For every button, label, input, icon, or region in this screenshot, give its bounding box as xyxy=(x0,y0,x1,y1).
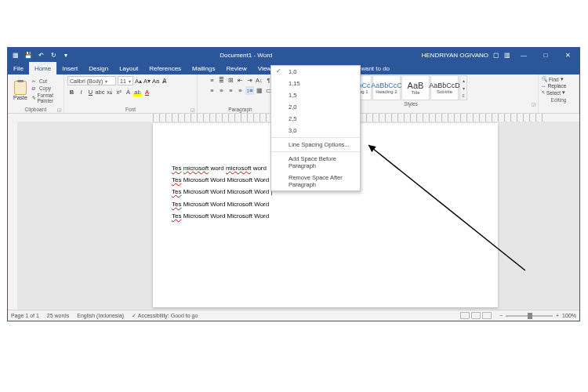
maximize-button[interactable]: □ xyxy=(537,52,554,59)
multilevel-button[interactable]: ⊞ xyxy=(227,76,235,85)
style-subtitle[interactable]: AaBbCcDSubtitle xyxy=(430,75,459,100)
redo-icon[interactable]: ↻ xyxy=(49,52,58,59)
ribbon-options-icon[interactable]: ▥ xyxy=(504,52,510,59)
print-layout-icon xyxy=(471,312,481,319)
grow-font-button[interactable]: A▴ xyxy=(135,77,142,85)
tab-home[interactable]: Home xyxy=(29,62,56,74)
style-heading-2[interactable]: AaBbCcCHeading 2 xyxy=(372,75,401,100)
replace-icon: ↔ xyxy=(541,83,546,89)
select-button[interactable]: ↖Select▾ xyxy=(541,89,576,96)
line-spacing-options[interactable]: Line Spacing Options... xyxy=(271,139,360,151)
clipboard-icon xyxy=(14,81,27,95)
tab-mailings[interactable]: Mailings xyxy=(187,62,220,74)
style-title[interactable]: AaBTitle xyxy=(401,75,430,100)
font-color-button[interactable]: A xyxy=(143,88,151,96)
spacing-1-5[interactable]: 1,5 xyxy=(271,89,360,101)
page-indicator[interactable]: Page 1 of 1 xyxy=(11,313,39,318)
format-painter-button[interactable]: ✎Format Painter xyxy=(31,93,60,103)
read-mode-icon xyxy=(460,312,470,319)
spacing-2-0[interactable]: 2,0 xyxy=(271,101,360,113)
paste-label: Paste xyxy=(13,95,27,100)
shrink-font-button[interactable]: A▾ xyxy=(143,77,151,85)
bullets-button[interactable]: ≡ xyxy=(208,76,216,85)
titlebar: ▦ 💾 ↶ ↻ ▾ Document1 - Word HENDRIYAN OGI… xyxy=(8,48,579,62)
styles-launcher-icon[interactable]: ◲ xyxy=(532,101,536,107)
document-body[interactable]: Tes microsoft word microsoft word Tes Mi… xyxy=(172,162,273,222)
justify-button[interactable]: ≡ xyxy=(236,86,245,95)
tab-file[interactable]: File xyxy=(8,62,29,74)
paste-button[interactable]: Paste xyxy=(11,79,30,102)
font-size-dropdown[interactable]: 11▾ xyxy=(118,76,133,85)
scissors-icon: ✂ xyxy=(31,78,38,85)
brush-icon: ✎ xyxy=(31,95,36,101)
copy-button[interactable]: ⧉Copy xyxy=(31,85,60,92)
tab-layout[interactable]: Layout xyxy=(114,62,143,74)
group-font: Calibri (Body)▾ 11▾ A▴ A▾ Aa A̷ B I U ab… xyxy=(64,74,198,113)
spacing-2-5[interactable]: 2,5 xyxy=(271,113,360,125)
text-effects-button[interactable]: A xyxy=(124,88,132,96)
underline-button[interactable]: U xyxy=(86,88,95,96)
cut-button[interactable]: ✂Cut xyxy=(31,78,60,85)
replace-button[interactable]: ↔Replace xyxy=(541,83,576,89)
word-icon: ▦ xyxy=(11,52,20,59)
accessibility-status[interactable]: ✓ Accessibility: Good to go xyxy=(132,313,198,319)
spacing-3-0[interactable]: 3,0 xyxy=(271,125,360,136)
change-case-button[interactable]: Aa xyxy=(152,77,159,85)
clipboard-launcher-icon[interactable]: ◲ xyxy=(57,107,62,112)
spacing-1-0[interactable]: 1,0 xyxy=(271,66,360,78)
strikethrough-button[interactable]: abc xyxy=(96,88,104,96)
bold-button[interactable]: B xyxy=(67,88,76,96)
editing-group-label: Editing xyxy=(551,97,567,103)
increase-indent-button[interactable]: ⇥ xyxy=(245,76,254,85)
sort-button[interactable]: A↓ xyxy=(255,76,263,85)
group-editing: 🔍Find▾ ↔Replace ↖Select▾ Editing xyxy=(539,74,579,113)
word-count[interactable]: 25 words xyxy=(47,313,69,318)
qat-more-icon[interactable]: ▾ xyxy=(61,52,71,59)
zoom-slider[interactable]: −+100% xyxy=(499,313,576,318)
align-right-button[interactable]: ≡ xyxy=(227,86,235,95)
numbering-button[interactable]: ≣ xyxy=(217,76,226,85)
tab-references[interactable]: References xyxy=(143,62,187,74)
tab-review[interactable]: Review xyxy=(220,62,252,74)
decrease-indent-button[interactable]: ⇤ xyxy=(236,76,245,85)
line-spacing-menu: 1,0 1,15 1,5 2,0 2,5 3,0 Line Spacing Op… xyxy=(270,65,361,191)
styles-group-label: Styles xyxy=(404,101,418,107)
clipboard-group-label: Clipboard xyxy=(25,107,47,112)
document-title: Document1 - Word xyxy=(71,52,422,59)
group-clipboard: Paste ✂Cut ⧉Copy ✎Format Painter Clipboa… xyxy=(8,74,64,113)
shading-button[interactable]: ▦ xyxy=(255,86,263,95)
undo-icon[interactable]: ↶ xyxy=(36,52,45,59)
find-button[interactable]: 🔍Find▾ xyxy=(541,76,576,82)
web-layout-icon xyxy=(482,312,492,319)
zoom-level[interactable]: 100% xyxy=(562,313,576,318)
vertical-ruler[interactable] xyxy=(8,122,17,310)
view-buttons[interactable] xyxy=(460,312,492,319)
subscript-button[interactable]: x₂ xyxy=(105,88,114,96)
user-name[interactable]: HENDRIYAN OGIVANO xyxy=(422,52,489,59)
paragraph-group-label: Paragraph xyxy=(228,107,252,112)
styles-scroll[interactable]: ▴▾≡ xyxy=(459,75,467,100)
highlight-button[interactable]: ab xyxy=(133,88,142,96)
close-button[interactable]: ✕ xyxy=(559,52,576,59)
align-center-button[interactable]: ≡ xyxy=(217,86,226,95)
line-spacing-button[interactable]: ↕≡ xyxy=(245,86,254,95)
add-space-before[interactable]: Add Space Before Paragraph xyxy=(271,153,360,172)
align-left-button[interactable]: ≡ xyxy=(208,86,216,95)
copy-icon: ⧉ xyxy=(31,85,38,92)
statusbar: Page 1 of 1 25 words English (Indonesia)… xyxy=(8,310,579,321)
user-avatar-icon[interactable]: ▢ xyxy=(493,52,499,59)
tab-insert[interactable]: Insert xyxy=(56,62,83,74)
clear-formatting-button[interactable]: A̷ xyxy=(161,77,168,85)
tab-design[interactable]: Design xyxy=(83,62,114,74)
spacing-1-15[interactable]: 1,15 xyxy=(271,78,360,89)
language-indicator[interactable]: English (Indonesia) xyxy=(77,313,124,318)
save-icon[interactable]: 💾 xyxy=(24,52,33,59)
font-group-label: Font xyxy=(125,107,136,112)
superscript-button[interactable]: x² xyxy=(114,88,123,96)
remove-space-after[interactable]: Remove Space After Paragraph xyxy=(271,172,360,191)
font-name-dropdown[interactable]: Calibri (Body)▾ xyxy=(67,76,116,85)
minimize-button[interactable]: — xyxy=(515,52,532,59)
font-launcher-icon[interactable]: ◲ xyxy=(191,107,195,112)
italic-button[interactable]: I xyxy=(77,88,85,96)
search-icon: 🔍 xyxy=(541,76,547,82)
